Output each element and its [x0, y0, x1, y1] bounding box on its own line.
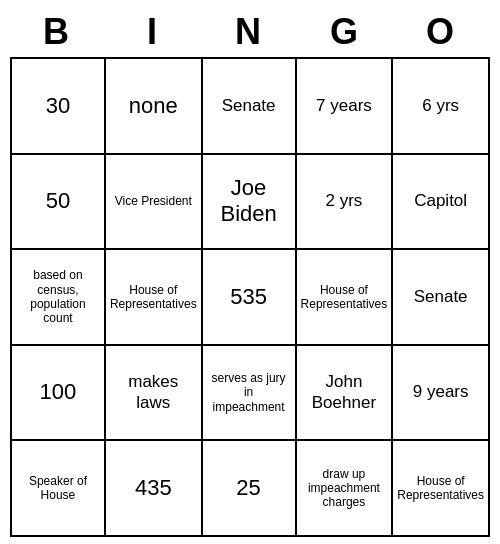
cell-r4-c2: 25: [203, 441, 297, 537]
cell-r4-c0: Speaker of House: [12, 441, 106, 537]
bingo-grid: 30noneSenate7 years6 yrs50Vice President…: [10, 57, 490, 537]
header-n: N: [202, 11, 298, 53]
cell-r0-c3: 7 years: [297, 59, 394, 155]
cell-r3-c0: 100: [12, 346, 106, 442]
cell-r4-c1: 435: [106, 441, 203, 537]
cell-r1-c0: 50: [12, 155, 106, 251]
header-o: O: [394, 11, 490, 53]
cell-r1-c3: 2 yrs: [297, 155, 394, 251]
cell-r3-c3: John Boehner: [297, 346, 394, 442]
cell-r2-c4: Senate: [393, 250, 490, 346]
cell-r2-c2: 535: [203, 250, 297, 346]
cell-r0-c2: Senate: [203, 59, 297, 155]
header-i: I: [106, 11, 202, 53]
header-b: B: [10, 11, 106, 53]
cell-r1-c4: Capitol: [393, 155, 490, 251]
cell-r2-c1: House of Representatives: [106, 250, 203, 346]
bingo-card: B I N G O 30noneSenate7 years6 yrs50Vice…: [10, 7, 490, 537]
cell-r1-c1: Vice President: [106, 155, 203, 251]
cell-r1-c2: Joe Biden: [203, 155, 297, 251]
cell-r0-c0: 30: [12, 59, 106, 155]
cell-r0-c1: none: [106, 59, 203, 155]
cell-r2-c3: House of Representatives: [297, 250, 394, 346]
cell-r4-c3: draw up impeachment charges: [297, 441, 394, 537]
cell-r3-c4: 9 years: [393, 346, 490, 442]
cell-r3-c1: makes laws: [106, 346, 203, 442]
cell-r2-c0: based on census, population count: [12, 250, 106, 346]
cell-r4-c4: House of Representatives: [393, 441, 490, 537]
header-g: G: [298, 11, 394, 53]
cell-r0-c4: 6 yrs: [393, 59, 490, 155]
bingo-header: B I N G O: [10, 7, 490, 57]
cell-r3-c2: serves as jury in impeachment: [203, 346, 297, 442]
